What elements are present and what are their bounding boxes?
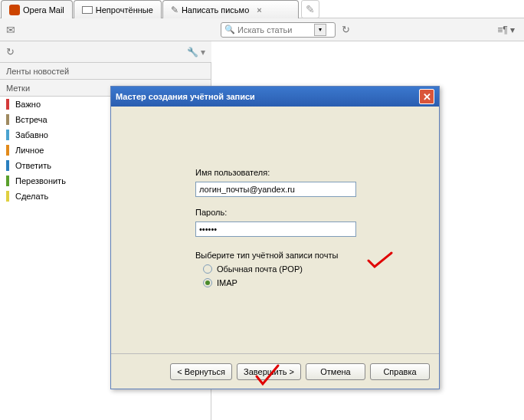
tab-unread[interactable]: Непрочтённые [74, 0, 162, 18]
tab-label: Opera Mail [23, 5, 64, 15]
settings-icon[interactable]: ≡¶ ▾ [497, 25, 515, 35]
label-text: Встреча [15, 115, 47, 124]
dialog-title-text: Мастер создания учётной записи [116, 92, 255, 101]
tab-compose[interactable]: ✎ Написать письмо × [162, 0, 299, 18]
cancel-button[interactable]: Отмена [306, 363, 365, 380]
label-text: Перезвонить [15, 176, 66, 185]
color-swatch-icon [6, 176, 9, 186]
feeds-header[interactable]: Ленты новостей [0, 63, 211, 80]
main-toolbar: ✉ 🔍 ▾ ↻ ≡¶ ▾ [0, 18, 524, 41]
sidebar-toolbar: ↻ 🔧 ▾ [0, 41, 211, 63]
wrench-icon[interactable]: 🔧 ▾ [187, 47, 205, 57]
pencil-icon: ✎ [171, 5, 178, 15]
search-dropdown-icon[interactable]: ▾ [314, 24, 326, 36]
radio-label: Обычная почта (POP) [217, 264, 303, 274]
tab-app[interactable]: Opera Mail [1, 0, 73, 18]
color-swatch-icon [6, 114, 9, 125]
search-input[interactable] [237, 25, 314, 34]
envelope-icon [82, 6, 93, 14]
radio-icon [203, 278, 212, 287]
dialog-titlebar[interactable]: Мастер создания учётной записи ✕ [111, 87, 439, 107]
dialog-footer: < Вернуться Завершить > Отмена Справка [111, 353, 439, 389]
help-button[interactable]: Справка [370, 363, 430, 380]
color-swatch-icon [6, 145, 9, 156]
password-label: Пароль: [195, 208, 439, 217]
opera-icon [9, 5, 20, 15]
label-text: Забавно [15, 130, 48, 139]
tab-bar: Opera Mail Непрочтённые ✎ Написать письм… [0, 0, 524, 18]
tab-label: Непрочтённые [96, 5, 153, 15]
color-swatch-icon [6, 191, 9, 202]
dialog-close-button[interactable]: ✕ [419, 89, 434, 104]
label-text: Личное [15, 146, 44, 155]
refresh-icon[interactable]: ↻ [6, 46, 15, 57]
username-label: Имя пользователя: [195, 168, 439, 177]
label-text: Важно [15, 100, 41, 109]
search-input-wrap[interactable]: 🔍 ▾ [221, 22, 336, 38]
color-swatch-icon [6, 130, 9, 140]
toolbar-left: ✉ [0, 18, 211, 41]
back-button[interactable]: < Вернуться [170, 363, 232, 380]
section-label: Ленты новостей [6, 67, 69, 76]
quick-compose-icon[interactable]: ✎ [301, 0, 319, 18]
radio-icon [203, 264, 212, 274]
dialog-body: Имя пользователя: Пароль: Выберите тип у… [111, 107, 439, 353]
color-swatch-icon [6, 160, 9, 171]
toolbar-right: 🔍 ▾ ↻ ≡¶ ▾ [211, 22, 524, 38]
account-type-label: Выберите тип учётной записи почты [195, 251, 439, 260]
tab-label: Написать письмо [182, 5, 249, 15]
account-wizard-dialog: Мастер создания учётной записи ✕ Имя пол… [110, 86, 440, 389]
radio-pop[interactable]: Обычная почта (POP) [203, 264, 439, 274]
envelope-icon[interactable]: ✉ [6, 24, 15, 36]
finish-button[interactable]: Завершить > [237, 363, 301, 380]
radio-imap[interactable]: IMAP [203, 278, 439, 287]
password-input[interactable] [195, 221, 356, 237]
color-swatch-icon [6, 99, 9, 110]
label-text: Сделать [15, 192, 48, 201]
close-tab-icon[interactable]: × [257, 5, 261, 15]
refresh-icon[interactable]: ↻ [342, 24, 350, 35]
username-input[interactable] [195, 182, 356, 197]
label-text: Ответить [15, 161, 51, 170]
search-icon: 🔍 [224, 25, 235, 34]
radio-label: IMAP [217, 278, 237, 287]
section-label: Метки [6, 84, 30, 93]
